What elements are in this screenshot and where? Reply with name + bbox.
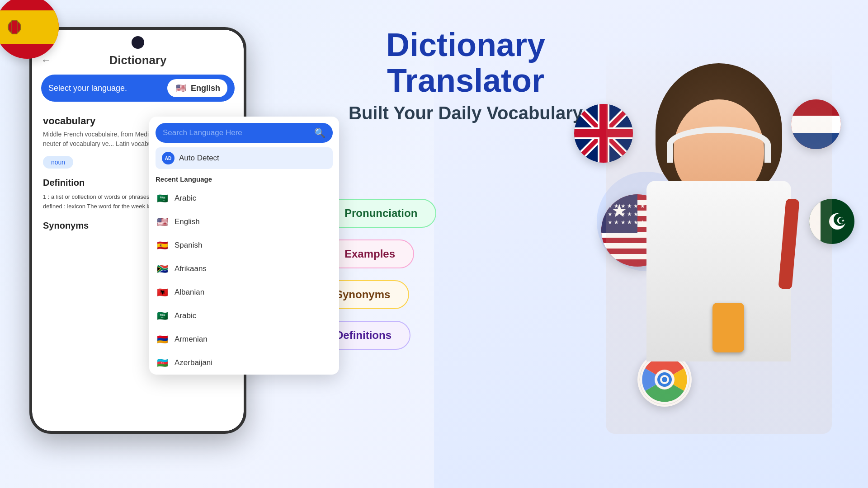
auto-detect-row[interactable]: AD Auto Detect xyxy=(156,147,333,169)
svg-text:☪: ☪ xyxy=(836,215,845,226)
auto-detect-icon: AD xyxy=(162,152,175,164)
english-label: English xyxy=(175,217,200,226)
us-flag-small: 🇺🇸 xyxy=(175,82,187,94)
list-item[interactable]: 🇦🇱 Albanian xyxy=(149,281,339,304)
list-item[interactable]: 🇸🇦 Arabic xyxy=(149,187,339,210)
albanian-flag: 🇦🇱 xyxy=(156,286,169,299)
part-of-speech-badge: noun xyxy=(43,156,73,169)
phone-notch xyxy=(132,36,144,49)
list-item[interactable]: 🇿🇦 Afrikaans xyxy=(149,257,339,281)
azerbaijani-flag: 🇦🇿 xyxy=(156,356,169,370)
phone-title: Dictionary xyxy=(109,53,166,67)
app-title: Dictionary Translator xyxy=(326,27,606,99)
spanish-flag: 🇪🇸 xyxy=(156,239,169,252)
selected-language-text: English xyxy=(191,84,220,93)
svg-rect-3 xyxy=(12,20,17,34)
search-icon[interactable]: 🔍 xyxy=(314,127,326,138)
list-item[interactable]: 🇸🇦 Arabic xyxy=(149,304,339,328)
title-area: Dictionary Translator Built Your Daily V… xyxy=(326,27,606,123)
list-item[interactable]: 🇦🇲 Armenian xyxy=(149,328,339,351)
search-placeholder-text: Search Language Here xyxy=(163,128,310,137)
auto-detect-label: Auto Detect xyxy=(179,154,219,163)
language-search-dropdown: Search Language Here 🔍 AD Auto Detect Re… xyxy=(149,117,339,375)
language-badge[interactable]: 🇺🇸 English xyxy=(167,79,227,97)
list-item[interactable]: 🇪🇸 Spanish xyxy=(149,234,339,257)
back-button[interactable]: ← xyxy=(41,55,51,66)
arabic-flag-2: 🇸🇦 xyxy=(156,309,169,323)
language-selector-bar[interactable]: Select your language. 🇺🇸 English xyxy=(41,75,235,102)
afrikaans-label: Afrikaans xyxy=(175,264,207,273)
english-flag: 🇺🇸 xyxy=(156,215,169,229)
spanish-label: Spanish xyxy=(175,241,202,250)
arabic-flag-1: 🇸🇦 xyxy=(156,192,169,205)
albanian-label: Albanian xyxy=(175,288,204,297)
recent-language-label: Recent Language xyxy=(149,174,339,187)
language-select-label: Select your language. xyxy=(48,84,162,93)
azerbaijani-label: Azerbaijani xyxy=(175,358,212,367)
afrikaans-flag: 🇿🇦 xyxy=(156,262,169,276)
list-item[interactable]: 🇦🇿 Azerbaijani xyxy=(149,351,339,375)
arabic-label-1: Arabic xyxy=(175,194,196,203)
pronunciation-pill[interactable]: Pronunciation xyxy=(326,199,436,228)
armenian-label: Armenian xyxy=(175,335,208,344)
app-subtitle: Built Your Daily Vocabulary xyxy=(326,103,606,123)
search-bar[interactable]: Search Language Here 🔍 xyxy=(156,123,333,143)
armenian-flag: 🇦🇲 xyxy=(156,333,169,346)
arabic-label-2: Arabic xyxy=(175,311,196,320)
person-photo-area xyxy=(606,45,832,434)
list-item[interactable]: 🇺🇸 English xyxy=(149,210,339,234)
